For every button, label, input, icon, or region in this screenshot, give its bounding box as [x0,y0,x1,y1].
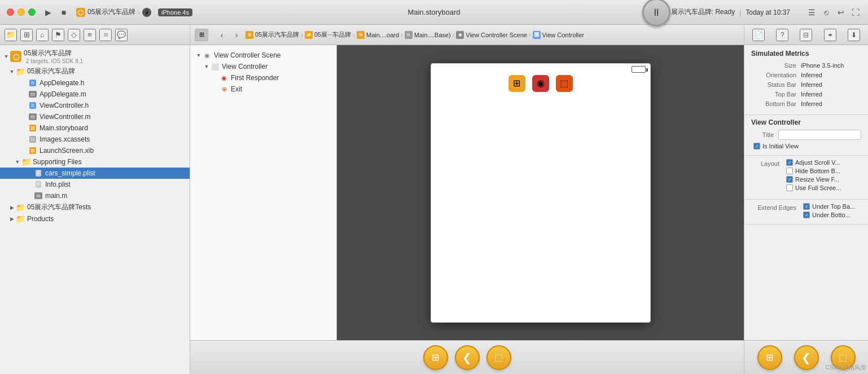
sidebar-item-viewcontroller-m[interactable]: m ViewController.m [0,111,190,122]
products-arrow[interactable] [8,215,16,223]
under-bottom-label: Under Botto... [812,212,851,218]
launchscreen-xib-label: LaunchScreen.xib [40,147,94,155]
root-project-icon: ◯ [10,51,21,62]
sidebar-item-supporting-files[interactable]: 📁 Supporting Files [0,156,190,168]
return-button[interactable]: ↩ [835,7,847,18]
sidebar-tag-icon[interactable]: ⌗ [99,29,112,41]
bc-folder-label: 05展···车品牌 [314,30,351,39]
inspector-link-button[interactable]: ⚭ [824,29,836,41]
under-bottom-checkbox[interactable]: ✓ [803,212,810,218]
scene-root[interactable]: ◉ View Controller Scene [190,50,336,61]
sidebar-diamond-icon[interactable]: ◇ [68,29,80,41]
sidebar-item-products[interactable]: 📁 Products [0,213,190,225]
hide-bottom-checkbox[interactable] [786,168,793,174]
sidebar-item-main-m[interactable]: m main.m [0,190,190,201]
sidebar-search-icon[interactable]: ⌕ [36,29,49,41]
bc-base-label: Main....Base) [414,32,451,38]
exit-icon: ⊕ [220,85,229,94]
size-label: Size [751,62,796,69]
appdelegate-m-label: AppDelegate.m [40,90,86,98]
play-button[interactable]: ▶ [42,7,54,18]
scene-vc-arrow[interactable] [203,63,211,71]
resize-view-row: ✓ Resize View F... [784,176,841,183]
bottom-action-button[interactable]: ⬚ [486,345,511,370]
back-nav-button[interactable]: ‹ [216,29,227,41]
sidebar-folder-icon[interactable]: 📁 [5,29,17,41]
inspector-layout-button[interactable]: ⊟ [800,29,812,41]
group-arrow[interactable] [8,68,16,76]
minimize-button[interactable] [17,8,25,16]
size-row: Size iPhone 3.5-inch [751,62,861,69]
scene-exit[interactable]: ⊕ Exit [190,83,336,95]
close-button[interactable] [7,8,14,16]
sidebar-item-main-storyboard[interactable]: ⊞ Main.storyboard [0,122,190,134]
title-input[interactable] [778,130,861,140]
sidebar-toggle-button[interactable]: ☰ [806,7,817,18]
csdn-watermark: CSDN @清风漂 [826,364,866,372]
under-top-bar-row: ✓ Under Top Ba... [801,203,855,210]
share-button[interactable]: ⎋ [821,7,832,18]
pause-icon: ⏸ [651,7,661,19]
scene-panel: ◉ View Controller Scene ⬜ View Controlle… [190,45,337,340]
maximize-button[interactable] [28,8,36,16]
vc-toolbar-icon-2: ◉ [532,75,549,92]
use-full-screen-checkbox[interactable] [786,184,793,191]
plist-icon-info: P [34,180,43,189]
layout-grid-button[interactable]: ⊞ [195,29,208,41]
sidebar-bubble-icon[interactable]: 💬 [115,29,128,41]
scene-vc[interactable]: ⬜ View Controller [190,61,336,72]
titlebar-right-buttons: ☰ ⎋ ↩ ⛶ [806,7,861,18]
sidebar-item-images-xcassets[interactable]: ⊟ Images.xcassets [0,134,190,145]
fullscreen-button[interactable]: ⛶ [850,7,861,18]
scene-root-arrow[interactable] [195,51,203,59]
tests-arrow[interactable] [8,204,16,212]
under-top-bar-checkbox[interactable]: ✓ [803,203,810,210]
orientation-row: Orientation Inferred [751,72,861,78]
iphone-status-bar [431,64,650,75]
supporting-files-label: Supporting Files [33,158,82,166]
resize-view-checkbox[interactable]: ✓ [786,176,793,183]
bc-base: ⊟ Main....Base) [405,31,451,39]
scene-icon: ◉ [203,51,212,60]
sidebar-flag-icon[interactable]: ⚑ [52,29,64,41]
file-title: Main.storyboard [407,8,460,16]
inspector-download-button[interactable]: ⬇ [848,29,860,41]
sidebar-item-launchscreen-xib[interactable]: ⊞ LaunchScreen.xib [0,145,190,156]
pause-button[interactable]: ⏸ [642,0,670,27]
bottom-frame-button[interactable]: ⊞ [423,345,448,370]
adjust-scroll-checkbox[interactable]: ✓ [786,159,793,166]
device-label: iPhone 4s [158,8,192,16]
project-name-label: 05展示汽车品牌 [87,7,135,17]
inspector-file-button[interactable]: 📄 [752,29,765,41]
inspector-frame-button[interactable]: ⊞ [757,345,782,370]
sidebar-item-info-plist[interactable]: P Info.plist [0,179,190,190]
inspector-back-button[interactable]: ❮ [794,345,819,370]
sidebar-item-appdelegate-h[interactable]: h AppDelegate.h [0,77,190,89]
bc-folder-icon: 📁 [305,31,313,39]
bottom-back-button[interactable]: ❮ [455,345,480,370]
sidebar-hierarchy-icon[interactable]: ⊞ [20,29,33,41]
top-bar-label: Top Bar [751,91,796,98]
vc-toolbar-icon-1: ⊞ [508,75,525,92]
products-folder-icon: 📁 [16,214,25,223]
stop-button[interactable]: ■ [58,7,69,18]
bottom-bar-row: Bottom Bar Inferred [751,100,861,107]
inspector-help-button[interactable]: ? [776,29,788,41]
sidebar-item-tests[interactable]: 📁 05展示汽车品牌Tests [0,201,190,213]
fwd-nav-button[interactable]: › [231,29,242,41]
sidebar-item-cars-simple-plist[interactable]: P cars_simple.plist [0,168,190,179]
sidebar-item-viewcontroller-h[interactable]: h ViewController.h [0,100,190,111]
inspector-panel: 📄 ? ⊟ ⚭ ⬇ Simulated Metrics Size iPhone … [744,25,868,374]
extend-edges-label: Extend Edges [751,203,796,211]
sidebar-item-appdelegate-m[interactable]: m AppDelegate.m [0,89,190,100]
tests-label: 05展示汽车品牌Tests [27,203,91,212]
adjust-scroll-label: Adjust Scroll V... [795,159,840,166]
sidebar-root-item[interactable]: ◯ 05展示汽车品牌 2 targets, iOS SDK 8.1 [0,47,190,65]
supporting-files-arrow[interactable] [14,158,21,166]
top-bar-row: Top Bar Inferred [751,91,861,98]
sidebar-list-icon[interactable]: ≡ [84,29,96,41]
sidebar-item-group-main[interactable]: 📁 05展示汽车品牌 [0,65,190,77]
scene-first-responder[interactable]: ◉ First Responder [190,72,336,83]
initial-view-checkbox[interactable]: ✓ [753,143,760,149]
root-arrow[interactable] [2,52,10,60]
